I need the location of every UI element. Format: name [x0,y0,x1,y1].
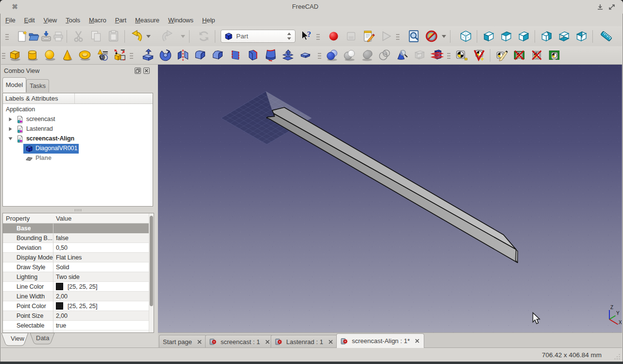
revolve-button[interactable] [156,47,174,64]
fillet-button[interactable] [191,47,209,64]
rear-view-button[interactable] [537,28,555,45]
measure-angular-button[interactable] [470,47,487,64]
property-row[interactable]: Display Mode Flat Lines [3,253,149,262]
tree-item-screencast-align[interactable]: screencast-Align [3,134,153,144]
offset-button[interactable] [296,47,314,64]
property-scrollbar-thumb[interactable] [150,216,153,306]
tab-close-icon[interactable] [328,339,333,345]
menu-view[interactable]: View [39,15,62,26]
toolbar-grip[interactable] [5,33,9,40]
redo-dropdown-icon[interactable] [179,28,187,45]
resize-grip[interactable] [613,353,621,360]
top-view-button[interactable] [497,28,515,45]
open-document-button[interactable] [28,28,40,45]
isometric-view-button[interactable] [457,28,474,45]
undo-button[interactable] [127,28,145,45]
cross-sections-button[interactable] [428,47,446,64]
bottom-view-button[interactable] [555,28,572,45]
toolbar-grip[interactable] [447,52,450,59]
dock-close-button[interactable] [143,68,150,74]
create-primitives-button[interactable] [93,47,111,64]
execute-macro-button[interactable] [377,28,395,45]
paste-button[interactable] [104,28,122,45]
cylinder-button[interactable] [23,47,41,64]
workbench-spin-buttons[interactable] [286,31,292,41]
property-row[interactable]: Bounding B... false [3,233,149,243]
chamfer-button[interactable] [209,47,226,64]
menu-part[interactable]: Part [111,15,131,26]
expander-collapsed-icon[interactable] [8,127,13,131]
tree-item-plane[interactable]: Plane [3,154,153,163]
toolbar-grip[interactable] [396,33,399,40]
tab-close-icon[interactable] [415,338,420,344]
toggle-delta-measurements-button[interactable] [545,47,563,64]
cut-button[interactable] [69,28,87,45]
tab-close-icon[interactable] [197,339,202,345]
make-face-from-wires-button[interactable] [226,47,244,64]
tree-item-screencast[interactable]: screencast [3,115,153,124]
tree-root-application[interactable]: Application [3,105,153,115]
fit-all-button[interactable] [405,28,423,45]
record-macro-button[interactable] [325,28,342,45]
box-button[interactable] [6,47,23,64]
tab-model[interactable]: Model [2,77,26,92]
expander-collapsed-icon[interactable] [8,117,13,121]
property-row[interactable]: Lighting Two side [3,272,149,282]
tab-screencast[interactable]: screencast : 1 [205,335,275,348]
extrude-button[interactable] [139,47,156,64]
property-row[interactable]: Selectable true [3,321,149,330]
toggle-measurements-button[interactable] [528,47,545,64]
undo-dropdown-icon[interactable] [145,28,152,45]
measure-distance-button[interactable] [597,28,615,45]
sweep-button[interactable] [279,47,296,64]
print-button[interactable] [52,28,64,45]
left-view-button[interactable] [572,28,590,45]
tree-item-diagonalvr001[interactable]: DiagonalVR001 [3,144,153,154]
tab-start-page[interactable]: Start page [159,335,207,348]
check-geometry-button[interactable] [393,47,411,64]
property-row[interactable]: Point Color [25, 25, 25] [3,301,149,311]
menu-macro[interactable]: Macro [85,15,111,26]
edit-macro-button[interactable] [360,28,377,45]
mirror-button[interactable] [174,47,191,64]
tab-screencast-align[interactable]: screencast-Align : 1* [336,333,424,348]
tree-item-lastenrad[interactable]: Lastenrad [3,124,153,134]
toolbar-grip[interactable] [318,52,321,59]
dock-float-button[interactable] [135,68,141,74]
stop-macro-button[interactable] [342,28,360,45]
property-row[interactable]: Deviation 0,50 [3,243,149,253]
draw-style-button[interactable] [423,28,440,45]
front-view-button[interactable] [480,28,497,45]
3d-viewport[interactable]: Z Y X [158,65,622,332]
tab-close-icon[interactable] [265,339,270,345]
whats-this-button[interactable]: ? [297,28,315,45]
property-group-base[interactable]: Base [3,224,149,233]
torus-button[interactable] [76,47,93,64]
ruled-surface-button[interactable] [244,47,261,64]
loft-button[interactable] [261,47,279,64]
cut-boolean-button[interactable] [341,47,358,64]
draw-style-dropdown-icon[interactable] [440,28,448,45]
intersection-button[interactable] [376,47,393,64]
shape-builder-button[interactable] [111,47,128,64]
menu-measure[interactable]: Measure [131,15,164,26]
save-document-button[interactable] [40,28,52,45]
refresh-measurements-button[interactable] [493,47,510,64]
defeaturing-button[interactable] [411,47,428,64]
property-row[interactable]: Point Size 2,00 [3,311,149,321]
sphere-button[interactable] [41,47,58,64]
copy-button[interactable] [87,28,104,45]
menu-tools[interactable]: Tools [61,15,85,26]
menu-windows[interactable]: Windows [164,15,198,26]
tab-lastenrad[interactable]: Lastenrad : 1 [271,335,338,348]
menu-edit[interactable]: Edit [20,15,39,26]
measure-linear-button[interactable] [452,47,470,64]
boolean-button[interactable] [323,47,341,64]
union-button[interactable] [358,47,376,64]
property-row[interactable]: Line Color [25, 25, 25] [3,282,149,292]
tree-header[interactable]: Labels & Attributes [3,93,153,104]
cone-button[interactable] [58,47,76,64]
refresh-button[interactable] [195,28,212,45]
expander-expanded-icon[interactable] [8,137,13,141]
window-maximize-button[interactable] [608,4,615,10]
